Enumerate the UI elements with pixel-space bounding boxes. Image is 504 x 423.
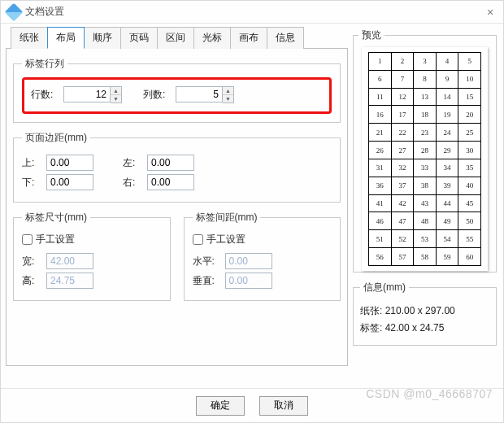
tab-4[interactable]: 区间	[157, 27, 194, 49]
cols-label: 列数:	[143, 88, 171, 102]
rows-spinner[interactable]: ▲▼	[111, 86, 122, 103]
preview-cell: 52	[391, 230, 414, 248]
close-button[interactable]: ×	[482, 6, 498, 19]
preview-cell: 17	[391, 106, 414, 124]
preview-cell: 2	[391, 53, 414, 71]
info-paper-label: 纸张:	[360, 305, 382, 316]
group-margins: 页面边距(mm) 上: 左: 下: 右:	[13, 131, 341, 203]
size-w-input	[46, 253, 93, 269]
preview-cell: 25	[458, 124, 481, 142]
gap-v-label: 垂直:	[193, 274, 220, 288]
rows-input[interactable]	[63, 86, 111, 102]
preview-cell: 31	[369, 159, 392, 177]
cols-input[interactable]	[176, 86, 223, 102]
legend-preview: 预览	[358, 28, 385, 42]
gap-v-input	[225, 273, 272, 289]
cols-spinner[interactable]: ▲▼	[223, 86, 234, 103]
preview-cell: 4	[436, 53, 458, 71]
dialog-window: 文档设置 × 纸张布局顺序页码区间光标画布信息 标签行列 行数:	[0, 0, 504, 423]
preview-cell: 46	[369, 212, 392, 230]
group-label-size: 标签尺寸(mm) 手工设置 宽: 高:	[13, 211, 171, 301]
legend-margins: 页面边距(mm)	[22, 131, 90, 145]
preview-cell: 27	[391, 142, 414, 159]
preview-cell: 45	[458, 194, 481, 212]
preview-cell: 35	[458, 159, 481, 177]
preview-cell: 44	[436, 194, 458, 212]
window-title: 文档设置	[25, 5, 482, 19]
gap-h-input	[225, 253, 272, 269]
preview-cell: 55	[458, 230, 481, 248]
preview-cell: 1	[369, 53, 392, 71]
preview-cell: 41	[369, 194, 392, 212]
preview-cell: 54	[436, 230, 458, 248]
preview-cell: 5	[458, 53, 481, 71]
tab-panel-layout: 标签行列 行数: ▲▼ 列数:	[6, 49, 348, 366]
tab-7[interactable]: 信息	[267, 27, 304, 49]
margin-left-input[interactable]	[147, 155, 194, 171]
preview-cell: 13	[414, 88, 437, 106]
margin-bottom-input[interactable]	[46, 174, 93, 190]
preview-cell: 22	[391, 124, 414, 142]
size-manual-input[interactable]	[22, 234, 33, 245]
cancel-button[interactable]: 取消	[259, 396, 308, 416]
titlebar: 文档设置 ×	[1, 1, 503, 24]
preview-cell: 49	[436, 212, 458, 230]
ok-button[interactable]: 确定	[196, 396, 245, 416]
margin-left-label: 左:	[123, 156, 142, 170]
preview-cell: 32	[391, 159, 414, 177]
preview-cell: 26	[369, 142, 392, 159]
margin-right-input[interactable]	[147, 174, 194, 190]
preview-cell: 58	[414, 248, 437, 266]
preview-cell: 7	[391, 70, 414, 88]
preview-cell: 28	[414, 142, 437, 159]
tab-6[interactable]: 画布	[230, 27, 267, 49]
preview-cell: 9	[436, 70, 458, 88]
margin-top-input[interactable]	[46, 155, 93, 171]
group-info: 信息(mm) 纸张: 210.00 x 297.00 标签: 42.00 x 2…	[353, 281, 497, 346]
legend-label-grid: 标签行列	[22, 57, 67, 71]
tab-3[interactable]: 页码	[120, 27, 158, 49]
gap-h-label: 水平:	[193, 255, 220, 268]
gap-manual-input[interactable]	[193, 234, 203, 245]
preview-cell: 12	[391, 88, 414, 106]
info-label-label: 标签:	[360, 322, 382, 334]
preview-cell: 18	[414, 106, 437, 124]
legend-label-size: 标签尺寸(mm)	[22, 211, 90, 225]
preview-cell: 10	[458, 70, 481, 88]
preview-cell: 36	[369, 177, 392, 194]
group-preview: 预览 1234567891011121314151617181920212223…	[353, 28, 497, 273]
preview-cell: 53	[414, 230, 437, 248]
highlight-box: 行数: ▲▼ 列数: ▲▼	[22, 77, 332, 114]
preview-cell: 14	[436, 88, 458, 106]
preview-cell: 11	[369, 88, 392, 106]
preview-cell: 57	[391, 248, 414, 266]
preview-cell: 16	[369, 106, 392, 124]
tab-1[interactable]: 布局	[47, 27, 85, 49]
tab-5[interactable]: 光标	[193, 27, 231, 49]
preview-grid: 1234567891011121314151617181920212223242…	[368, 52, 481, 266]
preview-cell: 43	[414, 194, 437, 212]
margin-bottom-label: 下:	[22, 176, 41, 190]
preview-cell: 59	[436, 248, 458, 266]
preview-cell: 3	[414, 53, 437, 71]
gap-manual-checkbox[interactable]: 手工设置	[193, 233, 332, 246]
preview-cell: 30	[458, 142, 481, 159]
preview-cell: 21	[369, 124, 392, 142]
preview-cell: 60	[458, 248, 481, 266]
tab-0[interactable]: 纸张	[11, 27, 48, 49]
size-h-input	[46, 273, 93, 289]
size-manual-checkbox[interactable]: 手工设置	[22, 233, 162, 246]
legend-info: 信息(mm)	[360, 281, 409, 294]
preview-page: 1234567891011121314151617181920212223242…	[362, 47, 488, 271]
preview-cell: 24	[436, 124, 458, 142]
preview-cell: 39	[436, 177, 458, 194]
preview-cell: 51	[369, 230, 392, 248]
preview-cell: 47	[391, 212, 414, 230]
tab-2[interactable]: 顺序	[84, 27, 121, 49]
preview-cell: 23	[414, 124, 437, 142]
info-paper-value: 210.00 x 297.00	[385, 305, 455, 316]
margin-top-label: 上:	[22, 156, 41, 170]
preview-cell: 6	[369, 70, 392, 88]
margin-right-label: 右:	[123, 176, 142, 190]
preview-cell: 33	[414, 159, 437, 177]
